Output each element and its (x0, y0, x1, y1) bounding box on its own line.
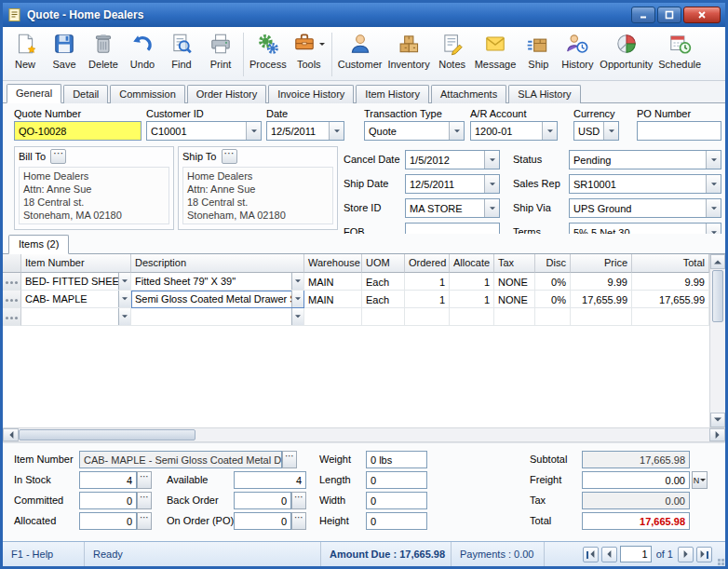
col-uom[interactable]: UOM (362, 254, 405, 273)
last-page-button[interactable] (696, 547, 712, 562)
warehouse-cell[interactable]: MAIN (304, 273, 362, 291)
price-cell[interactable] (571, 308, 632, 326)
description-cell[interactable]: Fitted Sheet 79" X 39" (131, 273, 304, 291)
tab-attachments[interactable]: Attachments (431, 85, 506, 103)
table-row[interactable]: CAB- MAPLE Semi Gloss Coated Metal Drawe… (3, 291, 709, 308)
scroll-right-button[interactable] (709, 428, 725, 441)
next-page-button[interactable] (678, 547, 694, 562)
status-select[interactable]: Pending (569, 150, 721, 169)
chevron-down-icon[interactable] (603, 122, 618, 140)
chevron-down-icon[interactable] (484, 151, 499, 169)
disc-cell[interactable] (535, 308, 571, 326)
new-button[interactable]: New (6, 29, 45, 70)
row-selector[interactable] (3, 273, 21, 291)
warehouse-cell[interactable] (304, 308, 362, 326)
store-id-select[interactable]: MA STORE (405, 198, 500, 218)
col-ordered[interactable]: Ordered (405, 254, 450, 273)
item-number-cell[interactable] (21, 308, 131, 326)
message-button[interactable]: Message (472, 29, 519, 70)
tab-order-history[interactable]: Order History (187, 85, 266, 103)
print-button[interactable]: Print (201, 29, 240, 70)
minimize-button[interactable] (631, 7, 655, 23)
total-cell[interactable]: 9.99 (632, 273, 709, 291)
uom-cell[interactable]: Each (362, 273, 405, 291)
notes-button[interactable]: Notes (433, 29, 472, 70)
scrollbar-thumb[interactable] (712, 270, 723, 322)
find-button[interactable]: Find (162, 29, 201, 70)
chevron-down-icon[interactable] (319, 43, 325, 48)
ship-via-select[interactable]: UPS Ground (569, 198, 721, 218)
item-number-cell[interactable]: CAB- MAPLE (21, 291, 131, 308)
allocated-detail-button[interactable] (137, 512, 152, 530)
ship-to-edit-button[interactable] (222, 149, 237, 164)
chevron-down-icon[interactable] (118, 273, 130, 290)
titlebar[interactable]: Quote - Home Dealers (3, 3, 725, 27)
chevron-down-icon[interactable] (542, 122, 557, 140)
previous-page-button[interactable] (601, 547, 617, 562)
ship-date-select[interactable]: 12/5/2011 (405, 174, 500, 194)
page-number-input[interactable] (620, 546, 652, 562)
currency-select[interactable]: USD (573, 121, 619, 141)
table-row[interactable]: BED- FITTED SHEET Fitted Sheet 79" X 39"… (3, 273, 709, 291)
ship-to-address[interactable]: Home Dealers Attn: Anne Sue 18 Central s… (182, 167, 333, 224)
scrollbar-thumb[interactable] (19, 429, 195, 440)
table-row-new[interactable] (3, 308, 709, 326)
tools-button[interactable]: Tools (290, 29, 329, 70)
first-page-button[interactable] (583, 547, 599, 562)
description-cell[interactable]: Semi Gloss Coated Metal Drawer Sl (131, 291, 304, 308)
tab-sla-history[interactable]: SLA History (508, 85, 580, 103)
chevron-down-icon[interactable] (329, 122, 344, 140)
chevron-down-icon[interactable] (706, 151, 721, 169)
chevron-down-icon[interactable] (118, 308, 130, 325)
freight-type-button[interactable]: N (692, 471, 708, 489)
tab-invoice-history[interactable]: Invoice History (268, 85, 354, 103)
disc-cell[interactable]: 0% (535, 273, 571, 291)
col-item-number[interactable]: Item Number (21, 254, 131, 273)
col-disc[interactable]: Disc (535, 254, 571, 273)
customer-button[interactable]: Customer (335, 29, 385, 70)
col-total[interactable]: Total (632, 254, 709, 273)
chevron-down-icon[interactable] (449, 122, 464, 140)
committed-detail-button[interactable] (137, 492, 152, 509)
col-tax[interactable]: Tax (494, 254, 535, 273)
allocate-cell[interactable] (450, 308, 494, 326)
resize-grip[interactable] (721, 562, 724, 565)
back-order-detail-button[interactable] (291, 492, 306, 509)
chevron-down-icon[interactable] (706, 175, 721, 193)
uom-cell[interactable] (362, 308, 405, 326)
bill-to-edit-button[interactable] (50, 149, 66, 164)
customer-id-select[interactable]: C10001 (146, 121, 262, 141)
history-button[interactable]: History (558, 29, 597, 70)
ar-account-select[interactable]: 1200-01 (470, 121, 558, 141)
transaction-type-select[interactable]: Quote (364, 121, 465, 141)
col-warehouse[interactable]: Warehouse (304, 254, 362, 273)
allocate-cell[interactable]: 1 (450, 291, 494, 308)
col-price[interactable]: Price (571, 254, 632, 273)
chevron-down-icon[interactable] (246, 122, 261, 140)
chevron-down-icon[interactable] (291, 291, 303, 307)
warehouse-cell[interactable]: MAIN (304, 291, 362, 308)
tab-detail[interactable]: Detail (63, 85, 108, 103)
po-number-input[interactable] (637, 121, 721, 141)
sales-rep-select[interactable]: SR10001 (569, 174, 721, 194)
tab-commission[interactable]: Commission (110, 85, 185, 103)
schedule-button[interactable]: Schedule (655, 29, 704, 70)
horizontal-scrollbar[interactable] (3, 427, 725, 442)
tab-general[interactable]: General (7, 84, 61, 103)
tab-item-history[interactable]: Item History (356, 85, 429, 103)
tax-cell[interactable]: NONE (494, 273, 535, 291)
ordered-cell[interactable]: 1 (405, 291, 450, 308)
detail-item-number-value[interactable]: CAB- MAPLE - Semi Gloss Coated Metal Dra (79, 451, 282, 468)
cancel-date-select[interactable]: 1/5/2012 (405, 150, 500, 169)
col-allocate[interactable]: Allocate (450, 254, 494, 273)
close-button[interactable] (683, 7, 721, 23)
ordered-cell[interactable]: 1 (405, 273, 450, 291)
scroll-up-button[interactable] (710, 254, 725, 269)
bill-to-address[interactable]: Home Dealers Attn: Anne Sue 18 Central s… (19, 167, 169, 224)
price-cell[interactable]: 9.99 (571, 273, 632, 291)
chevron-down-icon[interactable] (291, 273, 303, 290)
opportunity-button[interactable]: Opportunity (597, 29, 655, 70)
vertical-scrollbar[interactable] (709, 254, 725, 427)
scroll-left-button[interactable] (3, 428, 19, 441)
undo-button[interactable]: Undo (123, 29, 162, 70)
